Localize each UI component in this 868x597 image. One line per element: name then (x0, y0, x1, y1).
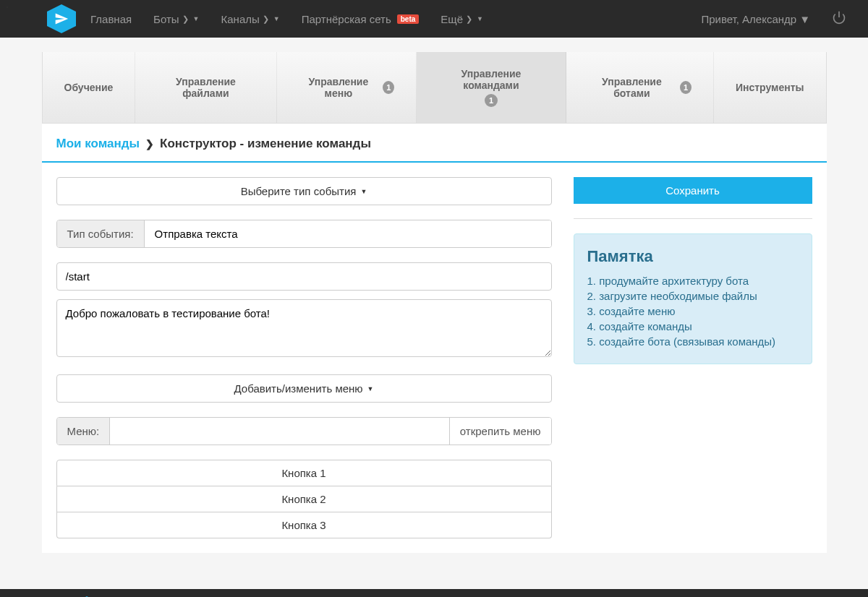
breadcrumb-link[interactable]: Мои команды (56, 137, 140, 151)
user-greeting-text: Привет, Александр (701, 13, 796, 25)
caret-down-icon: ▼ (367, 385, 374, 392)
tab-bots-badge: 1 (680, 81, 692, 94)
hint-list: 1. продумайте архитектуру бота 2. загруз… (587, 275, 799, 348)
nav-bots[interactable]: Боты ❯ ▼ (153, 13, 199, 25)
chevron-right-icon: ❯ (145, 138, 154, 150)
main-column: Выберите тип события ▼ Тип события: Доба… (56, 177, 552, 538)
beta-badge: beta (397, 14, 420, 24)
button-list: Кнопка 1 Кнопка 2 Кнопка 3 (56, 460, 552, 538)
tab-commands-label: Управление командами (438, 68, 544, 91)
caret-down-icon: ▼ (273, 15, 280, 22)
hint-item: 3. создайте меню (587, 305, 799, 317)
nav-partner-label: Партнёрская сеть (302, 13, 391, 25)
hint-title: Памятка (587, 247, 799, 266)
nav-partner[interactable]: Партнёрская сеть beta (302, 13, 420, 25)
message-textarea[interactable] (56, 299, 552, 357)
tab-bots[interactable]: Управление ботами 1 (566, 52, 714, 123)
hint-item: 1. продумайте архитектуру бота (587, 275, 799, 287)
nav-home[interactable]: Главная (90, 13, 132, 25)
side-column: Сохранить Памятка 1. продумайте архитект… (574, 177, 812, 538)
command-input[interactable] (56, 262, 552, 291)
menu-group: Меню: открепить меню (56, 417, 552, 445)
tab-training[interactable]: Обучение (43, 52, 136, 123)
list-item[interactable]: Кнопка 2 (56, 486, 552, 512)
caret-down-icon: ▼ (477, 15, 483, 22)
chevron-right-icon: ❯ (263, 14, 269, 24)
logout-button[interactable] (832, 10, 846, 27)
list-item[interactable]: Кнопка 3 (56, 512, 552, 538)
user-menu[interactable]: Привет, Александр ▼ (701, 13, 810, 25)
tab-menu-badge: 1 (383, 81, 394, 94)
menu-dropdown[interactable]: Добавить/изменить меню ▼ (56, 374, 552, 403)
hint-item: 4. создайте команды (587, 320, 799, 332)
detach-menu-button[interactable]: открепить меню (449, 418, 551, 444)
event-type-addon-label: Тип события: (57, 220, 145, 247)
logo[interactable] (47, 4, 76, 33)
event-type-dropdown-label: Выберите тип события (241, 185, 357, 197)
menu-dropdown-label: Добавить/изменить меню (234, 382, 363, 395)
caret-down-icon: ▼ (360, 188, 367, 195)
hint-item: 2. загрузите необходимые файлы (587, 290, 799, 302)
nav-channels[interactable]: Каналы ❯ ▼ (221, 13, 280, 25)
paper-plane-icon (54, 12, 69, 26)
chevron-right-icon: ❯ (466, 14, 472, 24)
nav-links: Главная Боты ❯ ▼ Каналы ❯ ▼ Партнёрская … (90, 13, 701, 25)
tab-commands[interactable]: Управление командами 1 (417, 52, 566, 123)
tab-bots-label: Управление ботами (588, 76, 676, 99)
nav-channels-label: Каналы (221, 13, 260, 25)
list-item[interactable]: Кнопка 1 (56, 460, 552, 486)
header-right: Привет, Александр ▼ (701, 10, 846, 27)
menu-value-input[interactable] (110, 418, 449, 444)
hint-item: 5. создайте бота (связывая команды) (587, 335, 799, 348)
breadcrumb: Мои команды ❯ Конструктор - изменение ко… (42, 124, 827, 163)
tab-menu[interactable]: Управление меню 1 (277, 52, 417, 123)
event-type-value[interactable] (145, 220, 551, 247)
page-container: Обучение Управление файлами Управление м… (42, 52, 827, 553)
content: Выберите тип события ▼ Тип события: Доба… (42, 163, 827, 553)
tab-commands-badge: 1 (485, 94, 498, 107)
chevron-right-icon: ❯ (182, 14, 189, 24)
divider (574, 218, 812, 219)
power-icon (832, 10, 846, 25)
event-type-dropdown[interactable]: Выберите тип события ▼ (56, 177, 552, 205)
nav-more-label: Ещё (441, 13, 463, 25)
tab-menu-label: Управление меню (299, 76, 379, 99)
caret-down-icon: ▼ (193, 15, 200, 22)
menu-addon-label: Меню: (57, 418, 111, 444)
nav-bots-label: Боты (153, 13, 179, 25)
hint-box: Памятка 1. продумайте архитектуру бота 2… (574, 233, 812, 364)
top-nav: Главная Боты ❯ ▼ Каналы ❯ ▼ Партнёрская … (0, 0, 868, 38)
tab-tools[interactable]: Инструменты (714, 52, 826, 123)
tab-files[interactable]: Управление файлами (135, 52, 276, 123)
nav-more[interactable]: Ещё ❯ ▼ (441, 13, 483, 25)
event-type-group: Тип события: (56, 220, 552, 248)
save-button[interactable]: Сохранить (574, 177, 812, 204)
breadcrumb-current: Конструктор - изменение команды (160, 137, 371, 151)
tabs: Обучение Управление файлами Управление м… (42, 52, 827, 124)
caret-down-icon: ▼ (799, 13, 810, 25)
footer: botmarket (0, 589, 868, 597)
